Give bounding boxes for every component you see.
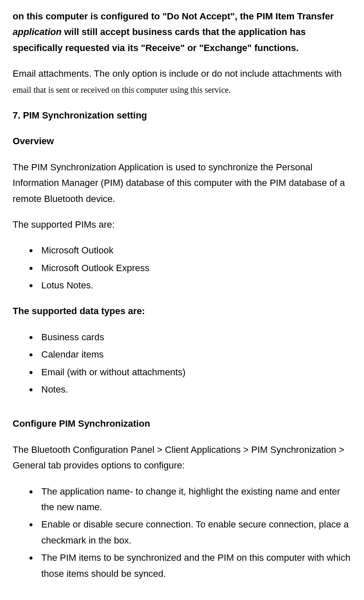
list-item: Calendar items bbox=[38, 347, 351, 362]
intro-bold-1: on this computer is configured to "Do No… bbox=[13, 11, 334, 22]
email-part1: Email attachments. The only option is in… bbox=[13, 68, 342, 79]
heading-supported-data: The supported data types are: bbox=[13, 303, 351, 319]
list-item: Lotus Notes. bbox=[38, 277, 351, 293]
email-serif: email that is sent or received on this c… bbox=[13, 85, 231, 94]
list-item: The application name- to change it, high… bbox=[38, 484, 351, 515]
list-item: Microsoft Outlook Express bbox=[38, 260, 351, 276]
overview-paragraph: The PIM Synchronization Application is u… bbox=[13, 159, 351, 207]
configure-options-list: The application name- to change it, high… bbox=[13, 484, 351, 581]
supported-data-types-list: Business cards Calendar items Email (wit… bbox=[13, 329, 351, 398]
list-item: The PIM items to be synchronized and the… bbox=[38, 550, 351, 581]
supported-pims-intro: The supported PIMs are: bbox=[13, 217, 351, 232]
list-item: Email (with or without attachments) bbox=[38, 364, 351, 380]
heading-pim-sync: 7. PIM Synchronization setting bbox=[13, 108, 351, 123]
list-item: Notes. bbox=[38, 382, 351, 397]
intro-bold-italic: application bbox=[13, 27, 62, 37]
list-item: Microsoft Outlook bbox=[38, 242, 351, 258]
intro-paragraph: on this computer is configured to "Do No… bbox=[13, 8, 351, 56]
supported-pims-list: Microsoft Outlook Microsoft Outlook Expr… bbox=[13, 242, 351, 293]
heading-overview: Overview bbox=[13, 133, 351, 149]
email-attachments-paragraph: Email attachments. The only option is in… bbox=[13, 66, 351, 97]
list-item: Enable or disable secure connection. To … bbox=[38, 517, 351, 548]
configure-paragraph: The Bluetooth Configuration Panel > Clie… bbox=[13, 442, 351, 474]
list-item: Business cards bbox=[38, 329, 351, 345]
heading-configure: Configure PIM Synchronization bbox=[13, 416, 351, 431]
